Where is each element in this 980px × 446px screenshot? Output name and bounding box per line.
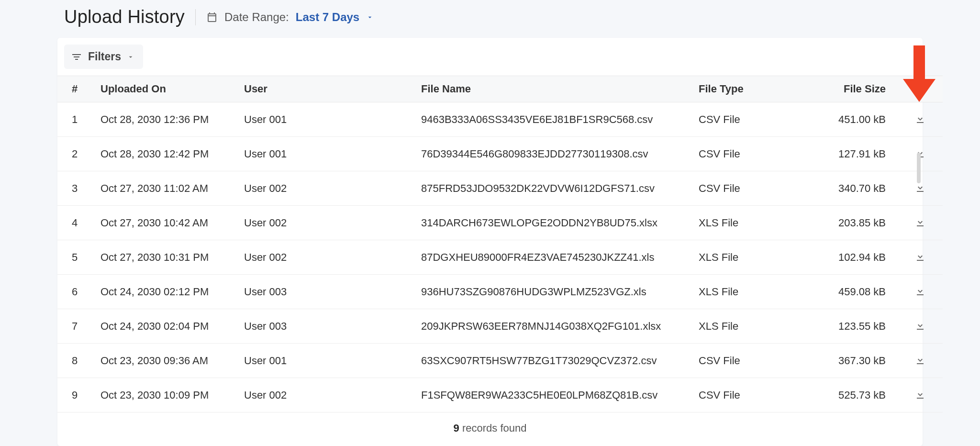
filters-button[interactable]: Filters — [64, 45, 143, 69]
cell-file-size: 203.85 kB — [804, 206, 897, 240]
cell-download — [897, 344, 943, 378]
cell-file-size: 340.70 kB — [804, 171, 897, 206]
cell-uploaded-on: Oct 24, 2030 02:04 PM — [96, 309, 239, 344]
download-icon — [914, 320, 926, 331]
page-title: Upload History — [64, 7, 185, 27]
cell-file-name: 875FRD53JDO9532DK22VDVW6I12DGFS71.csv — [416, 171, 694, 206]
table-row: 9Oct 23, 2030 10:09 PMUser 002F1SFQW8ER9… — [57, 378, 943, 413]
cell-number: 5 — [57, 240, 96, 275]
cell-uploaded-on: Oct 27, 2030 10:42 AM — [96, 206, 239, 240]
download-button[interactable] — [913, 249, 928, 266]
table-row: 1Oct 28, 2030 12:36 PMUser 0019463B333A0… — [57, 102, 943, 137]
cell-user: User 002 — [239, 171, 416, 206]
cell-file-name: F1SFQW8ER9WA233C5HE0E0LPM68ZQ81B.csv — [416, 378, 694, 413]
cell-file-name: 9463B333A06SS3435VE6EJ81BF1SR9C568.csv — [416, 102, 694, 137]
cell-file-type: CSV File — [694, 171, 804, 206]
table-row: 8Oct 23, 2030 09:36 AMUser 00163SXC907RT… — [57, 344, 943, 378]
cell-file-type: XLS File — [694, 275, 804, 309]
cell-uploaded-on: Oct 24, 2030 02:12 PM — [96, 275, 239, 309]
cell-user: User 002 — [239, 206, 416, 240]
records-found: 9 records found — [57, 413, 923, 446]
upload-history-card: Filters # Uploaded On User File Name Fil… — [57, 38, 923, 446]
download-button[interactable] — [913, 214, 928, 231]
table-header-row: # Uploaded On User File Name File Type F… — [57, 76, 943, 102]
cell-download — [897, 102, 943, 137]
cell-file-type: CSV File — [694, 378, 804, 413]
column-user[interactable]: User — [239, 76, 416, 102]
cell-file-size: 367.30 kB — [804, 344, 897, 378]
cell-number: 9 — [57, 378, 96, 413]
cell-file-type: XLS File — [694, 206, 804, 240]
table-row: 2Oct 28, 2030 12:42 PMUser 00176D39344E5… — [57, 137, 943, 171]
download-icon — [914, 285, 926, 297]
download-icon — [914, 182, 926, 193]
column-file-type[interactable]: File Type — [694, 76, 804, 102]
divider — [195, 9, 196, 25]
cell-file-name: 936HU73SZG90876HUDG3WPLMZ523VGZ.xls — [416, 275, 694, 309]
table-row: 5Oct 27, 2030 10:31 PMUser 00287DGXHEU89… — [57, 240, 943, 275]
download-icon — [914, 113, 926, 124]
table-row: 3Oct 27, 2030 11:02 AMUser 002875FRD53JD… — [57, 171, 943, 206]
cell-file-name: 314DARCH673EWLOPGE2ODDN2YB8UD75.xlsx — [416, 206, 694, 240]
cell-number: 8 — [57, 344, 96, 378]
download-icon — [914, 354, 926, 366]
cell-file-type: CSV File — [694, 344, 804, 378]
table-row: 6Oct 24, 2030 02:12 PMUser 003936HU73SZG… — [57, 275, 943, 309]
cell-uploaded-on: Oct 27, 2030 10:31 PM — [96, 240, 239, 275]
cell-number: 2 — [57, 137, 96, 171]
filter-icon — [71, 51, 82, 63]
cell-uploaded-on: Oct 23, 2030 10:09 PM — [96, 378, 239, 413]
cell-download — [897, 309, 943, 344]
cell-user: User 001 — [239, 344, 416, 378]
date-range-picker[interactable]: Date Range: Last 7 Days — [206, 11, 374, 24]
cell-number: 3 — [57, 171, 96, 206]
cell-user: User 003 — [239, 309, 416, 344]
cell-user: User 001 — [239, 102, 416, 137]
date-range-label: Date Range: — [224, 11, 289, 24]
table-row: 7Oct 24, 2030 02:04 PMUser 003209JKPRSW6… — [57, 309, 943, 344]
column-uploaded-on[interactable]: Uploaded On — [96, 76, 239, 102]
download-button[interactable] — [913, 318, 928, 334]
cell-download — [897, 378, 943, 413]
column-file-size[interactable]: File Size — [804, 76, 897, 102]
column-number[interactable]: # — [57, 76, 96, 102]
cell-user: User 003 — [239, 275, 416, 309]
cell-file-type: XLS File — [694, 309, 804, 344]
cell-download — [897, 275, 943, 309]
chevron-down-icon — [127, 53, 134, 61]
cell-number: 6 — [57, 275, 96, 309]
cell-user: User 002 — [239, 378, 416, 413]
upload-history-table: # Uploaded On User File Name File Type F… — [57, 76, 943, 413]
date-range-value: Last 7 Days — [296, 11, 359, 24]
cell-file-type: CSV File — [694, 102, 804, 137]
filters-bar: Filters — [57, 38, 923, 76]
download-button[interactable] — [913, 387, 928, 403]
cell-file-size: 123.55 kB — [804, 309, 897, 344]
cell-file-size: 459.08 kB — [804, 275, 897, 309]
scrollbar-thumb[interactable] — [917, 153, 921, 183]
table-row: 4Oct 27, 2030 10:42 AMUser 002314DARCH67… — [57, 206, 943, 240]
download-icon — [914, 389, 926, 400]
column-download — [897, 76, 943, 102]
calendar-icon — [206, 11, 218, 23]
cell-download — [897, 206, 943, 240]
download-button[interactable] — [913, 111, 928, 128]
page-header: Upload History Date Range: Last 7 Days — [57, 7, 923, 38]
cell-number: 1 — [57, 102, 96, 137]
cell-file-size: 127.91 kB — [804, 137, 897, 171]
download-button[interactable] — [913, 283, 928, 300]
cell-number: 4 — [57, 206, 96, 240]
cell-user: User 001 — [239, 137, 416, 171]
download-icon — [914, 251, 926, 262]
cell-file-size: 525.73 kB — [804, 378, 897, 413]
cell-file-type: XLS File — [694, 240, 804, 275]
cell-uploaded-on: Oct 27, 2030 11:02 AM — [96, 171, 239, 206]
records-count: 9 — [454, 422, 459, 434]
download-button[interactable] — [913, 352, 928, 369]
column-file-name[interactable]: File Name — [416, 76, 694, 102]
chevron-down-icon — [366, 13, 374, 21]
filters-label: Filters — [88, 50, 121, 63]
cell-download — [897, 240, 943, 275]
cell-uploaded-on: Oct 28, 2030 12:36 PM — [96, 102, 239, 137]
cell-user: User 002 — [239, 240, 416, 275]
